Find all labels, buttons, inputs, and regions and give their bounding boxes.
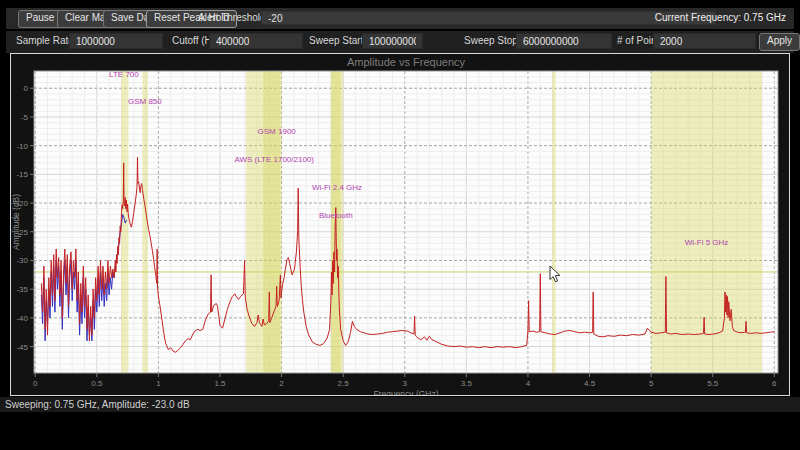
band-label: Wi-Fi 2.4 GHz (312, 183, 362, 192)
y-tick-label: 0 (24, 84, 29, 93)
y-tick-label: -40 (16, 314, 28, 323)
y-tick-label: -5 (21, 113, 29, 122)
apply-button[interactable]: Apply (759, 33, 800, 51)
chart-title: Amplitude vs Frequency (347, 56, 465, 68)
sweep-start-input[interactable] (362, 33, 423, 49)
sweep-status-text: Sweeping: 0.75 GHz, Amplitude: -23.0 dB (5, 399, 190, 410)
band-label: GSM 850 (128, 97, 162, 106)
x-tick-label: 1.5 (214, 379, 226, 388)
x-tick-label: 0 (33, 379, 38, 388)
toolbar: Pause Clear Markers Save Data Reset Peak… (6, 8, 794, 29)
current-frequency-readout: Current Frequency: 0.75 GHz (655, 12, 786, 23)
band-label: AWS (LTE 1700/2100) (234, 155, 314, 164)
x-tick-label: 6 (772, 379, 777, 388)
y-tick-label: -35 (16, 285, 28, 294)
settings-row: Sample Rate (Hz): Cutoff (Hz): Sweep Sta… (6, 31, 794, 53)
x-axis-label: Frequency (GHz) (373, 389, 438, 395)
spectrum-chart-panel: LTE 700GSM 850AWS (LTE 1700/2100)GSM 190… (10, 53, 790, 396)
band-label: Wi-Fi 5 GHz (685, 238, 729, 247)
x-tick-label: 4 (526, 379, 531, 388)
pause-button[interactable]: Pause (18, 10, 62, 28)
x-tick-label: 0.5 (91, 379, 103, 388)
y-tick-label: -10 (16, 142, 28, 151)
band-label: GSM 1900 (258, 127, 297, 136)
y-tick-label: -30 (16, 256, 28, 265)
cutoff-input[interactable] (209, 33, 303, 49)
y-tick-label: -15 (16, 170, 28, 179)
band-unlabeled (552, 71, 556, 373)
x-tick-label: 2.5 (338, 379, 350, 388)
x-tick-label: 5 (649, 379, 654, 388)
status-bar: Sweeping: 0.75 GHz, Amplitude: -23.0 dB (0, 397, 800, 412)
x-tick-label: 2 (279, 379, 284, 388)
alert-threshold-input[interactable] (261, 11, 716, 25)
band-GSM 1900 (263, 71, 280, 373)
band-label: LTE 700 (109, 70, 139, 79)
num-points-input[interactable] (653, 33, 756, 49)
x-tick-label: 4.5 (584, 379, 596, 388)
x-tick-label: 3 (403, 379, 408, 388)
sweep-stop-input[interactable] (516, 33, 612, 49)
y-axis-label: Amplitude (dB) (11, 194, 21, 250)
x-tick-label: 5.5 (707, 379, 719, 388)
sample-rate-input[interactable] (69, 33, 163, 49)
band-label: Bluetooth (319, 211, 353, 220)
x-tick-label: 3.5 (461, 379, 473, 388)
spectrum-chart-canvas[interactable]: LTE 700GSM 850AWS (LTE 1700/2100)GSM 190… (11, 54, 789, 395)
x-tick-label: 1 (156, 379, 161, 388)
y-tick-label: -45 (16, 343, 28, 352)
